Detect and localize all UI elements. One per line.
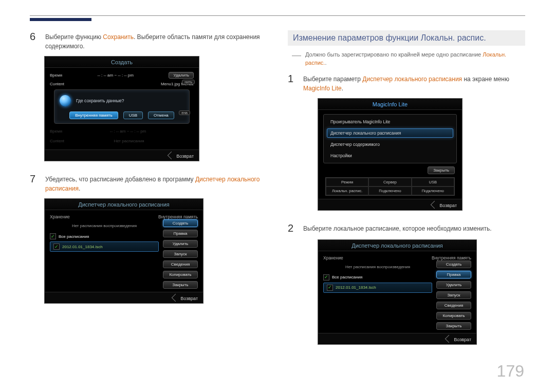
btn-cancel[interactable]: Отмена xyxy=(148,111,174,119)
accent-bar xyxy=(30,18,91,21)
overlay-pill: ена xyxy=(179,110,190,115)
side-button[interactable]: Запуск xyxy=(436,291,471,299)
step-text: Выберите локальное расписание, которое н… xyxy=(303,222,492,234)
menu-item[interactable]: Проигрыватель MagicInfo Lite xyxy=(327,117,453,126)
schedule-file-row[interactable]: ✓ 2012.01.01_1834.lsch xyxy=(323,283,432,293)
text: Выберите функцию xyxy=(45,33,103,41)
menu-item[interactable]: Диспетчер локального расписания xyxy=(327,128,453,138)
text: на экране меню xyxy=(462,76,509,83)
panel-magicinfo-menu: MagicInfo Lite Проигрыватель MagicInfo L… xyxy=(318,98,462,211)
menu-item[interactable]: Диспетчер содержимого xyxy=(327,140,453,149)
panel-body: Хранение Внутренняя память Нет расписани… xyxy=(45,210,203,292)
side-button[interactable]: Создать xyxy=(163,219,198,227)
list-area: Нет расписания воспроизведения ✓ Все рас… xyxy=(50,219,159,252)
dialog-buttons: Внутренняя память USB Отмена xyxy=(60,111,184,119)
list-area: Нет расписания воспроизведения ✓ Все рас… xyxy=(323,260,432,293)
checkbox-icon[interactable]: ✓ xyxy=(327,285,333,291)
side-button[interactable]: Запуск xyxy=(163,250,198,258)
text: Убедитесь, что расписание добавлено в пр… xyxy=(45,176,195,183)
panel-footer: Возврат xyxy=(45,150,199,161)
panel-create-save: Создать Время -- : -- am ~ -- : -- pm Уд… xyxy=(44,56,199,161)
step-text: Убедитесь, что расписание добавлено в пр… xyxy=(45,173,267,193)
grid-cell: Сервер xyxy=(368,178,411,186)
step-number: 2 xyxy=(288,222,297,234)
panel-schedule-manager-left: Диспетчер локального расписания Хранение… xyxy=(44,198,203,304)
overlay-pill: нить xyxy=(182,80,195,84)
top-rule xyxy=(30,15,525,16)
value: -- : -- am ~ -- : -- pm xyxy=(110,129,146,134)
return-label[interactable]: Возврат xyxy=(454,337,471,342)
side-button[interactable]: Правка xyxy=(163,230,198,237)
empty-text: Нет расписания воспроизведения xyxy=(323,265,432,269)
value: Нет расписания xyxy=(114,139,144,143)
side-button[interactable]: Сведения xyxy=(163,260,198,268)
grid-cell: Подключено xyxy=(368,186,411,195)
panel-footer: Возврат xyxy=(318,333,476,344)
section-title: Изменение параметров функции Локальн. ра… xyxy=(288,30,525,46)
return-icon xyxy=(172,294,180,302)
panel-body: Время -- : -- am ~ -- : -- pm Удалить Co… xyxy=(45,68,199,150)
step-number: 1 xyxy=(288,72,297,93)
highlight: Сохранить xyxy=(103,33,134,41)
panel-body: Хранение Внутренняя память Нет расписани… xyxy=(318,251,476,333)
dialog-question: Где сохранить данные? xyxy=(76,98,124,103)
side-button[interactable]: Закрыть xyxy=(436,322,471,330)
btn-usb[interactable]: USB xyxy=(123,111,143,119)
label: Время xyxy=(50,73,62,78)
side-button[interactable]: Создать xyxy=(436,260,471,268)
row-content: Content Menu1.jpg Menu2 нить xyxy=(50,82,194,86)
step-7: 7 Убедитесь, что расписание добавлено в … xyxy=(30,173,267,193)
header-row: Хранение Внутренняя память xyxy=(323,255,471,260)
side-button[interactable]: Удалить xyxy=(163,240,198,248)
all-schedules: ✓ Все расписания xyxy=(50,233,159,239)
grid-cell: Локальн. распис. xyxy=(326,186,368,195)
left-column: 6 Выберите функцию Сохранить. Выберите о… xyxy=(30,30,267,356)
all-label: Все расписания xyxy=(332,275,362,279)
manual-page: 6 Выберите функцию Сохранить. Выберите о… xyxy=(0,0,555,392)
panel-title: MagicInfo Lite xyxy=(318,99,462,110)
highlight: Диспетчер локального расписания xyxy=(362,76,462,83)
delete-button[interactable]: Удалить xyxy=(169,72,194,79)
note: ― Должно быть зарегистрировано по крайне… xyxy=(292,51,525,67)
step-text: Выберите функцию Сохранить. Выберите обл… xyxy=(45,30,267,51)
save-dialog: Где сохранить данные? Внутренняя память … xyxy=(54,89,190,124)
step-number: 6 xyxy=(30,30,39,51)
panel-footer: Возврат xyxy=(318,199,462,210)
file-name: 2012.01.01_1834.lsch xyxy=(62,245,103,249)
panel-title: Создать xyxy=(45,57,199,68)
menu-list: Проигрыватель MagicInfo LiteДиспетчер ло… xyxy=(323,114,457,163)
checkbox-icon[interactable]: ✓ xyxy=(50,233,56,239)
return-label[interactable]: Возврат xyxy=(176,154,194,159)
return-icon xyxy=(431,201,439,209)
content-row: Нет расписания воспроизведения ✓ Все рас… xyxy=(323,260,471,330)
side-button[interactable]: Правка xyxy=(436,271,471,278)
menu-item[interactable]: Настройки xyxy=(327,151,453,160)
checkbox-icon[interactable]: ✓ xyxy=(53,244,60,250)
label: Content xyxy=(50,82,64,86)
side-buttons: СоздатьПравкаУдалитьЗапускСведенияКопиро… xyxy=(163,219,198,289)
side-button[interactable]: Удалить xyxy=(436,281,471,289)
step-6: 6 Выберите функцию Сохранить. Выберите о… xyxy=(30,30,267,51)
panel-body: Проигрыватель MagicInfo LiteДиспетчер ло… xyxy=(318,110,462,199)
empty-text: Нет расписания воспроизведения xyxy=(50,223,159,228)
step-2: 2 Выберите локальное расписание, которое… xyxy=(288,222,525,234)
return-label[interactable]: Возврат xyxy=(180,296,198,301)
btn-internal-memory[interactable]: Внутренняя память xyxy=(69,111,118,119)
side-button[interactable]: Копировать xyxy=(163,271,198,278)
all-schedules: ✓ Все расписания xyxy=(323,274,432,281)
internal-label: Внутренняя память xyxy=(432,255,471,260)
return-label[interactable]: Возврат xyxy=(439,203,457,208)
label: Время xyxy=(50,129,62,134)
internal-label: Внутренняя память xyxy=(158,214,198,219)
side-buttons: СоздатьПравкаУдалитьЗапускСведенияКопиро… xyxy=(436,260,471,330)
close-button[interactable]: Закрыть xyxy=(428,166,455,174)
side-button[interactable]: Закрыть xyxy=(163,281,198,289)
text: Выберите параметр xyxy=(303,76,362,83)
note-text: Должно быть зарегистрировано по крайней … xyxy=(305,51,525,67)
schedule-file-row[interactable]: ✓ 2012.01.01_1834.lsch xyxy=(50,241,159,252)
ghost-row-content: Content Нет расписания xyxy=(50,139,194,143)
info-grid: РежимСерверUSBЛокальн. распис.Подключено… xyxy=(325,177,455,196)
checkbox-icon[interactable]: ✓ xyxy=(323,274,329,281)
side-button[interactable]: Копировать xyxy=(436,312,471,320)
side-button[interactable]: Сведения xyxy=(436,302,471,309)
